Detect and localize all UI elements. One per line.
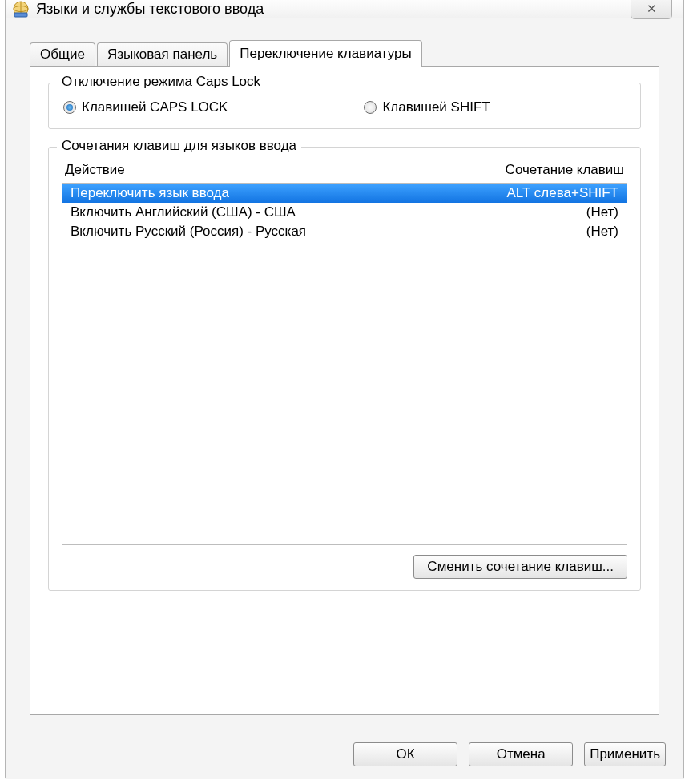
row-action: Включить Русский (Россия) - Русская [71,224,306,240]
close-button[interactable]: ✕ [631,0,672,19]
tab-page: Отключение режима Caps Lock Клавишей CAP… [30,66,659,715]
row-combo: (Нет) [586,224,618,240]
radio-shift[interactable]: Клавишей SHIFT [364,99,490,115]
tab-strip: Общие Языковая панель Переключение клави… [30,39,659,66]
dialog-window: Языки и службы текстового ввода ✕ Общие … [5,0,684,779]
radio-icon [364,101,377,114]
row-action: Включить Английский (США) - США [71,204,296,220]
col-combo: Сочетание клавиш [506,162,624,178]
change-key-sequence-button[interactable]: Сменить сочетание клавиш... [413,555,627,579]
radio-shift-label: Клавишей SHIFT [382,99,490,115]
list-item[interactable]: Включить Русский (Россия) - Русская (Нет… [62,222,627,241]
titlebar: Языки и службы текстового ввода ✕ [6,0,683,18]
apply-button[interactable]: Применить [584,742,666,766]
capslock-groupbox: Отключение режима Caps Lock Клавишей CAP… [48,83,641,129]
window-title: Языки и службы текстового ввода [36,1,264,18]
content-area: Общие Языковая панель Переключение клави… [6,18,683,731]
list-item[interactable]: Включить Английский (США) - США (Нет) [62,203,627,222]
row-action: Переключить язык ввода [71,185,229,201]
radio-icon [63,101,76,114]
hotkeys-groupbox: Сочетания клавиш для языков ввода Действ… [48,147,641,591]
hotkeys-listbox[interactable]: Переключить язык ввода ALT слева+SHIFT В… [62,183,627,545]
cancel-button[interactable]: Отмена [469,742,573,766]
hotkeys-header-row: Действие Сочетание клавиш [57,159,632,183]
dialog-footer: ОК Отмена Применить [6,731,683,779]
tab-general[interactable]: Общие [30,42,95,66]
svg-rect-2 [14,13,27,17]
row-combo: (Нет) [586,204,618,220]
capslock-radio-row: Клавишей CAPS LOCK Клавишей SHIFT [63,99,626,115]
tab-language-bar[interactable]: Языковая панель [97,42,228,66]
globe-icon [12,0,30,18]
list-item[interactable]: Переключить язык ввода ALT слева+SHIFT [62,184,627,203]
capslock-group-title: Отключение режима Caps Lock [57,74,265,90]
hotkeys-button-bar: Сменить сочетание клавиш... [57,545,632,579]
ok-button[interactable]: ОК [353,742,457,766]
radio-caps-label: Клавишей CAPS LOCK [82,99,228,115]
close-icon: ✕ [647,2,657,16]
row-combo: ALT слева+SHIFT [506,185,618,201]
tab-keyboard-switching[interactable]: Переключение клавиатуры [229,40,421,67]
radio-caps-lock[interactable]: Клавишей CAPS LOCK [63,99,228,115]
hotkeys-group-title: Сочетания клавиш для языков ввода [57,138,301,154]
col-action: Действие [65,162,125,178]
